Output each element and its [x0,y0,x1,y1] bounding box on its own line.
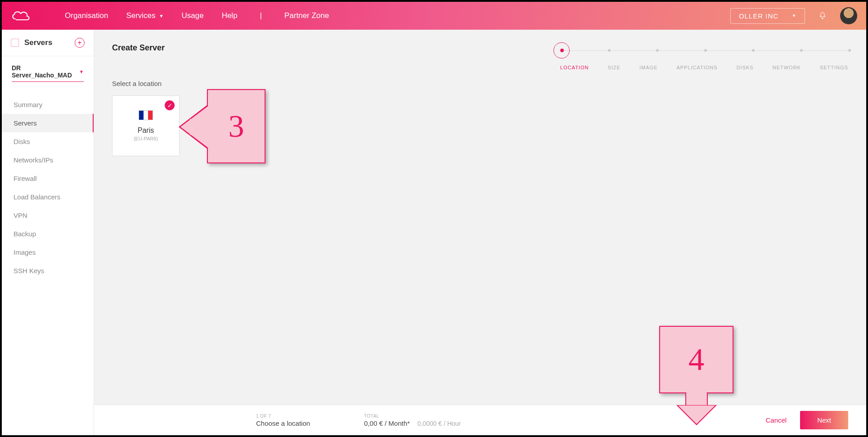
step-label-size: SIZE [607,65,620,70]
footer-step-text: Choose a location [256,419,310,427]
step-label-location: LOCATION [560,65,589,70]
step-label-image: IMAGE [639,65,657,70]
sidebar-item-networks[interactable]: Networks/IPs [2,151,94,169]
footer-total-label: TOTAL [364,414,461,419]
top-navbar: Organisation Services▼ Usage Help | Part… [2,2,866,30]
next-button[interactable]: Next [800,411,848,429]
bell-icon[interactable] [819,12,827,20]
caret-down-icon: ▼ [79,69,84,74]
annotation-number-3: 3 [229,108,244,144]
step-dot-settings[interactable] [848,49,851,52]
footer-price-hour: 0,0000 € / Hour [418,420,461,427]
sidebar-item-images[interactable]: Images [2,243,94,261]
sidebar-item-loadbalancers[interactable]: Load Balancers [2,188,94,206]
nav-menu: Organisation Services▼ Usage Help | Part… [65,11,329,20]
check-icon: ✓ [165,100,175,110]
footer-step-counter: 1 OF 7 [256,414,310,419]
sidebar: Servers + DR Server_Nacho_MAD ▼ Summary … [2,30,94,435]
step-dot-image[interactable] [656,49,659,52]
step-label-applications: APPLICATIONS [676,65,717,70]
server-dropdown[interactable]: DR Server_Nacho_MAD ▼ [12,64,84,82]
sidebar-item-backup[interactable]: Backup [2,225,94,243]
annotation-callout-4: 4 [659,326,733,419]
selected-server-name: DR Server_Nacho_MAD [12,64,79,79]
step-dot-location[interactable] [560,49,564,52]
step-dot-network[interactable] [800,49,803,52]
flag-france-icon [139,110,153,120]
sidebar-item-sshkeys[interactable]: SSH Keys [2,261,94,280]
nav-services[interactable]: Services▼ [126,11,163,20]
caret-down-icon: ▼ [792,14,796,18]
avatar[interactable] [840,7,857,24]
location-name: Paris [138,126,154,135]
logo-icon [11,9,38,23]
nav-separator: | [260,11,262,20]
annotation-number-4: 4 [688,342,704,378]
servers-icon [11,39,19,47]
sidebar-header: Servers + [2,30,94,56]
nav-organisation[interactable]: Organisation [65,11,108,20]
server-selector: DR Server_Nacho_MAD ▼ [2,56,94,86]
sidebar-item-firewall[interactable]: Firewall [2,169,94,188]
sidebar-item-vpn[interactable]: VPN [2,206,94,225]
step-label-network: NETWORK [773,65,801,70]
section-label: Select a location [112,80,848,87]
nav-partner-zone[interactable]: Partner Zone [284,11,329,20]
add-server-button[interactable]: + [75,38,85,48]
nav-help[interactable]: Help [222,11,238,20]
step-label-settings: SETTINGS [820,65,848,70]
sidebar-menu: Summary Servers Disks Networks/IPs Firew… [2,86,94,280]
sidebar-item-summary[interactable]: Summary [2,95,94,114]
annotation-callout-3: 3 [207,89,265,163]
step-dot-applications[interactable] [704,49,707,52]
footer-bar: 1 OF 7 Choose a location TOTAL 0,00 € / … [94,405,866,435]
nav-usage[interactable]: Usage [181,11,203,20]
sidebar-item-servers[interactable]: Servers [2,114,94,132]
footer-price-month: 0,00 € / Month* [364,419,410,427]
cancel-button[interactable]: Cancel [765,416,787,424]
nav-services-label: Services [126,11,155,20]
org-name: OLLER INC [739,12,778,20]
caret-down-icon: ▼ [159,14,164,18]
location-card-paris[interactable]: ✓ Paris (EU-PAR8) [112,95,180,156]
wizard-steps: LOCATION SIZE IMAGE APPLICATIONS DISKS N… [560,42,848,70]
step-dot-size[interactable] [608,49,611,52]
topbar-right: OLLER INC ▼ [730,7,857,24]
step-dot-disks[interactable] [752,49,755,52]
sidebar-title: Servers [24,38,52,47]
location-code: (EU-PAR8) [134,136,158,141]
step-label-disks: DISKS [737,65,754,70]
org-dropdown[interactable]: OLLER INC ▼ [730,8,805,24]
sidebar-item-disks[interactable]: Disks [2,132,94,151]
